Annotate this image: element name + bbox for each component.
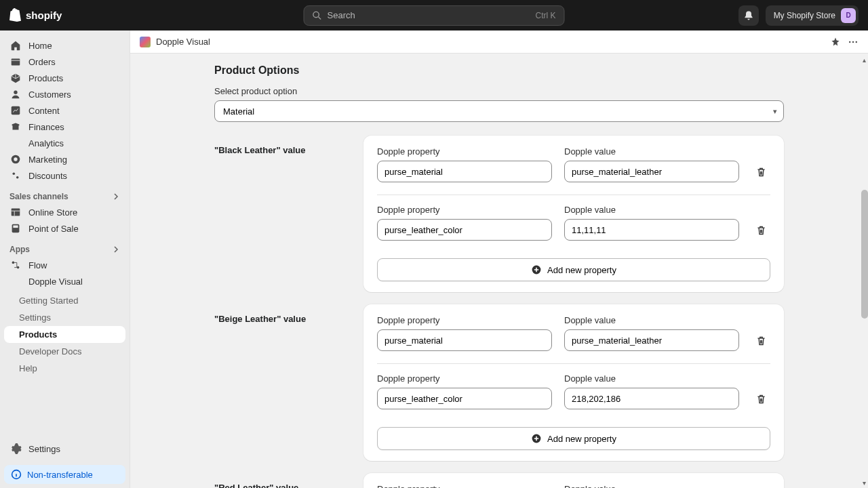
trash-icon: [755, 224, 767, 236]
value-label: Dopple value: [564, 315, 739, 325]
property-label: Dopple property: [377, 146, 552, 157]
apps-header[interactable]: Apps: [0, 239, 130, 257]
property-row: Dopple property Dopple value: [377, 373, 770, 422]
sidebar-item-finances[interactable]: Finances: [4, 119, 125, 135]
svg-point-8: [16, 176, 19, 179]
value-input[interactable]: [564, 329, 739, 351]
sidebar-item-content[interactable]: Content: [4, 102, 125, 119]
app-sub-getting-started[interactable]: Getting Started: [4, 292, 125, 309]
sidebar-item-settings[interactable]: Settings: [4, 441, 125, 457]
customers-icon: [9, 88, 22, 100]
scroll-up-arrow[interactable]: ▴: [860, 56, 868, 64]
sales-channels-header[interactable]: Sales channels: [0, 186, 130, 204]
analytics-icon: [9, 137, 22, 149]
app-icon: [140, 37, 151, 47]
finances-icon: [9, 121, 22, 133]
global-search[interactable]: Search Ctrl K: [304, 5, 565, 26]
sidebar-item-analytics[interactable]: Analytics: [4, 135, 125, 151]
app-sub-settings[interactable]: Settings: [4, 309, 125, 326]
avatar: D: [841, 8, 856, 23]
value-input[interactable]: [564, 219, 739, 241]
svg-point-1: [313, 12, 319, 17]
scroll-down-arrow[interactable]: ▾: [860, 479, 868, 487]
property-input[interactable]: [377, 388, 552, 409]
value-input[interactable]: [564, 388, 739, 409]
svg-rect-2: [12, 59, 20, 66]
svg-rect-11: [13, 226, 18, 228]
search-icon: [313, 11, 322, 20]
property-label: Dopple property: [377, 315, 552, 325]
app-sub-help[interactable]: Help: [4, 360, 125, 377]
property-row: Dopple property Dopple value: [377, 146, 770, 195]
value-label: Dopple value: [564, 205, 739, 215]
delete-property-button[interactable]: [751, 388, 770, 409]
orders-icon: [9, 56, 22, 68]
property-row: Dopple property Dopple value: [377, 205, 770, 253]
search-placeholder: Search: [328, 10, 355, 20]
sidebar-item-orders[interactable]: Orders: [4, 54, 125, 70]
app-sub-products[interactable]: Products: [4, 326, 125, 343]
trash-icon: [755, 393, 767, 405]
sidebar-item-discounts[interactable]: Discounts: [4, 167, 125, 184]
property-input[interactable]: [377, 329, 552, 351]
app-title: Dopple Visual: [156, 37, 210, 47]
product-option-select[interactable]: Material: [214, 100, 784, 122]
flow-icon: [9, 259, 22, 271]
app-sub-developer-docs[interactable]: Developer Docs: [4, 343, 125, 360]
trash-icon: [755, 166, 767, 178]
delete-property-button[interactable]: [751, 161, 770, 182]
delete-property-button[interactable]: [751, 219, 770, 241]
sidebar-item-online-store[interactable]: Online Store: [4, 204, 125, 220]
property-label: Dopple property: [377, 205, 552, 215]
pin-icon[interactable]: [830, 37, 841, 47]
topbar: shopify Search Ctrl K My Shopify Store D: [0, 0, 868, 30]
value-label: Dopple value: [564, 373, 739, 384]
discounts-icon: [9, 169, 22, 182]
notifications-button[interactable]: [738, 5, 759, 26]
shopify-logo[interactable]: shopify: [9, 8, 64, 23]
store-name: My Shopify Store: [774, 11, 835, 20]
add-property-button[interactable]: Add new property: [377, 258, 770, 281]
sidebar-item-point-of-sale[interactable]: Point of Sale: [4, 220, 125, 237]
property-input[interactable]: [377, 161, 552, 182]
sidebar-item-customers[interactable]: Customers: [4, 86, 125, 102]
chevron-right-icon: [112, 192, 120, 201]
info-icon: [11, 469, 22, 480]
property-label: Dopple property: [377, 484, 552, 488]
sidebar-item-marketing[interactable]: Marketing: [4, 151, 125, 167]
plus-circle-icon: [531, 433, 542, 444]
delete-property-button[interactable]: [751, 329, 770, 351]
scrollbar-thumb[interactable]: [861, 190, 868, 319]
svg-point-13: [17, 266, 20, 269]
property-label: Dopple property: [377, 373, 552, 384]
bell-icon: [743, 10, 754, 21]
svg-point-12: [12, 262, 15, 264]
svg-point-18: [856, 41, 857, 42]
plus-circle-icon: [531, 264, 542, 275]
value-label: Dopple value: [564, 484, 739, 488]
marketing-icon: [9, 153, 22, 165]
app-header: Dopple Visual: [130, 30, 868, 54]
svg-point-6: [14, 157, 17, 161]
store-switcher[interactable]: My Shopify Store D: [766, 5, 859, 26]
svg-rect-9: [12, 209, 20, 216]
add-property-button[interactable]: Add new property: [377, 427, 770, 450]
non-transferable-badge[interactable]: Non-transferable: [4, 465, 125, 484]
property-input[interactable]: [377, 219, 552, 241]
home-icon: [9, 39, 22, 52]
content-icon: [9, 104, 22, 117]
sidebar-item-flow[interactable]: Flow: [4, 257, 125, 273]
sidebar: Home Orders Products Customers Content F…: [0, 30, 130, 488]
value-input[interactable]: [564, 161, 739, 182]
svg-point-17: [852, 41, 854, 42]
svg-text:shopify: shopify: [26, 10, 62, 21]
sidebar-item-home[interactable]: Home: [4, 37, 125, 54]
sidebar-item-products[interactable]: Products: [4, 70, 125, 86]
search-shortcut: Ctrl K: [536, 11, 556, 20]
pos-icon: [9, 222, 22, 235]
option-value-label: "Black Leather" value: [214, 136, 350, 155]
value-label: Dopple value: [564, 146, 739, 157]
sidebar-item-dopple-visual[interactable]: Dopple Visual: [4, 273, 125, 289]
svg-rect-14: [11, 277, 20, 286]
more-icon[interactable]: [848, 37, 859, 47]
